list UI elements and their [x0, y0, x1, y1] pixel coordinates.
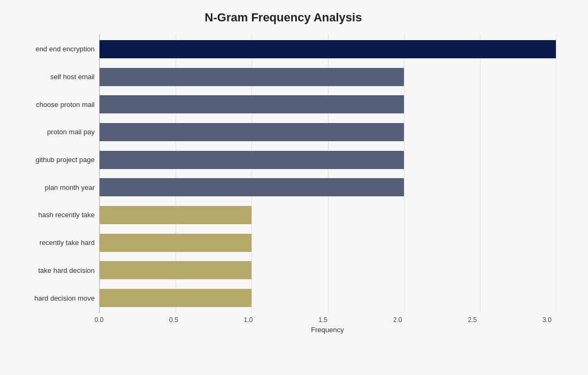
- plot-area: [99, 34, 556, 313]
- x-axis-labels: 0.00.51.01.52.02.53.0: [11, 316, 556, 324]
- chart-area: end end encryptionself host emailchoose …: [11, 34, 556, 313]
- y-label-9: hard decision move: [34, 286, 95, 310]
- y-label-7: recently take hard: [40, 231, 95, 255]
- y-axis: end end encryptionself host emailchoose …: [11, 34, 99, 313]
- bar-row-1: [100, 65, 556, 89]
- bar-0: [100, 40, 556, 58]
- bar-row-7: [100, 231, 556, 255]
- bar-row-0: [100, 37, 556, 62]
- bar-3: [100, 123, 404, 141]
- bar-7: [100, 234, 251, 252]
- bar-row-4: [100, 148, 556, 172]
- bar-row-5: [100, 175, 556, 200]
- bar-6: [100, 206, 251, 224]
- x-tick-5: 2.5: [468, 316, 477, 324]
- x-tick-6: 3.0: [543, 316, 552, 324]
- y-label-3: proton mail pay: [47, 120, 95, 144]
- y-label-5: plan month year: [45, 175, 95, 200]
- y-label-1: self host email: [50, 65, 95, 89]
- x-tick-3: 1.5: [318, 316, 327, 324]
- bar-row-9: [100, 286, 556, 310]
- bar-5: [100, 178, 404, 196]
- bar-4: [100, 151, 404, 169]
- bar-row-8: [100, 258, 556, 282]
- y-label-4: github project page: [35, 148, 95, 172]
- chart-container: N-Gram Frequency Analysis end end encryp…: [0, 0, 588, 375]
- y-label-0: end end encryption: [35, 37, 95, 62]
- bar-2: [100, 95, 404, 113]
- bar-8: [100, 261, 251, 279]
- y-label-8: take hard decision: [38, 258, 95, 282]
- y-label-2: choose proton mail: [36, 92, 95, 117]
- bar-1: [100, 68, 404, 86]
- x-axis-container: 0.00.51.01.52.02.53.0: [99, 316, 556, 324]
- bar-row-6: [100, 203, 556, 227]
- bar-row-3: [100, 120, 556, 144]
- x-tick-2: 1.0: [244, 316, 253, 324]
- x-tick-0: 0.0: [95, 316, 104, 324]
- x-tick-4: 2.0: [393, 316, 402, 324]
- y-label-6: hash recently take: [38, 203, 95, 227]
- grid-line-6: [556, 34, 556, 313]
- bars-wrapper: [100, 35, 556, 312]
- chart-title: N-Gram Frequency Analysis: [11, 11, 556, 25]
- bar-9: [100, 289, 251, 307]
- bar-row-2: [100, 92, 556, 117]
- x-tick-1: 0.5: [169, 316, 178, 324]
- x-axis-title: Frequency: [11, 326, 556, 334]
